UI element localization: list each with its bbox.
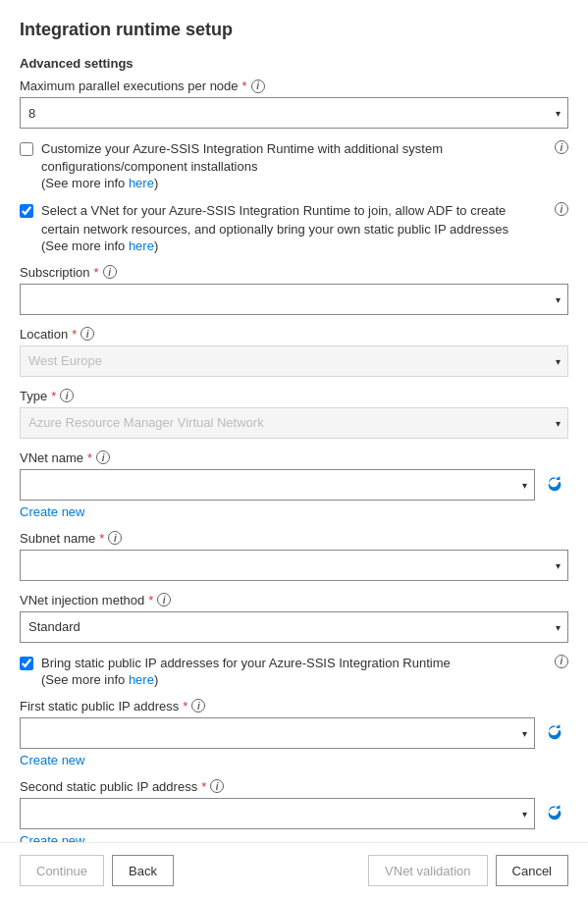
vnet-name-required: * [87,450,92,465]
static-ip-label[interactable]: Bring static public IP addresses for you… [41,656,451,670]
type-dropdown[interactable]: Azure Resource Manager Virtual Network [20,407,568,439]
first-static-ip-info-icon[interactable]: i [191,699,205,713]
vnet-name-row: ▾ [20,469,568,501]
location-info-icon[interactable]: i [80,327,94,341]
subnet-name-info-icon[interactable]: i [108,531,122,545]
second-static-ip-refresh-button[interactable] [541,798,568,829]
vnet-injection-group: VNet injection method * i Standard ▾ [20,593,568,643]
static-ip-here-link[interactable]: here [129,672,154,687]
subscription-group: Subscription * i ▾ [20,265,568,315]
customize-checkbox[interactable] [20,142,33,156]
subscription-label: Subscription * i [20,265,568,280]
first-static-ip-required: * [183,699,187,713]
vnet-injection-dropdown[interactable]: Standard [20,611,568,643]
vnet-name-group: VNet name * i ▾ Create new [20,450,568,519]
first-static-ip-dropdown-container: ▾ [20,717,535,749]
second-static-ip-dropdown-container: ▾ [20,798,535,829]
vnet-name-dropdown-container: ▾ [20,469,535,501]
location-group: Location * i West Europe ▾ [20,327,568,377]
vnet-name-create-new[interactable]: Create new [20,504,84,519]
second-static-ip-row: ▾ [20,798,568,829]
vnet-checkbox-row: Select a VNet for your Azure-SSIS Integr… [20,202,568,252]
static-ip-info-icon[interactable]: i [555,655,568,668]
back-button[interactable]: Back [112,855,174,886]
second-static-ip-dropdown[interactable] [20,798,535,829]
second-static-ip-label: Second static public IP address * i [20,779,568,794]
first-static-ip-row: ▾ [20,717,568,749]
max-parallel-info-icon[interactable]: i [251,79,265,93]
subnet-name-group: Subnet name * i ▾ [20,531,568,581]
static-ip-checkbox-row: Bring static public IP addresses for you… [20,655,568,687]
type-required: * [51,389,56,403]
vnet-injection-label: VNet injection method * i [20,593,568,607]
cancel-button[interactable]: Cancel [496,855,568,886]
footer: Continue Back VNet validation Cancel [0,842,588,898]
vnet-see-more: (See more info here) [41,238,547,253]
vnet-join-checkbox[interactable] [20,204,33,218]
vnet-injection-dropdown-wrapper: Standard ▾ [20,611,568,643]
max-parallel-dropdown[interactable]: 8 [20,97,568,129]
vnet-injection-required: * [148,593,153,607]
type-dropdown-wrapper: Azure Resource Manager Virtual Network ▾ [20,407,568,439]
second-static-ip-group: Second static public IP address * i ▾ Cr… [20,779,568,848]
customize-checkbox-content: Customize your Azure-SSIS Integration Ru… [41,140,547,190]
subnet-name-dropdown-wrapper: ▾ [20,550,568,581]
customize-here-link[interactable]: here [129,176,154,190]
max-parallel-group: Maximum parallel executions per node * i… [20,79,568,129]
vnet-checkbox-content: Select a VNet for your Azure-SSIS Integr… [41,202,547,252]
location-dropdown[interactable]: West Europe [20,345,568,377]
max-parallel-label: Maximum parallel executions per node * i [20,79,568,93]
max-parallel-required: * [242,79,247,93]
type-group: Type * i Azure Resource Manager Virtual … [20,389,568,439]
first-static-ip-dropdown[interactable] [20,717,535,749]
subscription-info-icon[interactable]: i [103,265,117,279]
second-static-ip-refresh-icon [546,805,563,822]
subnet-name-label: Subnet name * i [20,531,568,546]
section-title-advanced: Advanced settings [20,56,568,71]
second-static-ip-required: * [201,779,206,794]
location-dropdown-wrapper: West Europe ▾ [20,345,568,377]
first-static-ip-label: First static public IP address * i [20,699,568,713]
subscription-required: * [94,265,99,280]
second-static-ip-info-icon[interactable]: i [210,779,224,793]
first-static-ip-create-new[interactable]: Create new [20,753,84,767]
static-ip-see-more: (See more info here) [41,672,451,687]
customize-info-icon[interactable]: i [555,140,568,154]
location-label: Location * i [20,327,568,342]
vnet-join-info-icon[interactable]: i [555,202,568,216]
location-required: * [72,327,77,342]
first-static-ip-refresh-button[interactable] [541,717,568,749]
customize-checkbox-row: Customize your Azure-SSIS Integration Ru… [20,140,568,190]
customize-see-more: (See more info here) [41,176,547,190]
vnet-validation-button[interactable]: VNet validation [368,855,487,886]
static-ip-checkbox-content: Bring static public IP addresses for you… [41,655,451,687]
first-static-ip-refresh-icon [546,724,563,742]
subnet-name-required: * [99,531,104,546]
subscription-dropdown-wrapper: ▾ [20,284,568,315]
subnet-name-dropdown[interactable] [20,550,568,581]
vnet-name-label: VNet name * i [20,450,568,465]
vnet-injection-info-icon[interactable]: i [157,593,171,607]
vnet-name-dropdown[interactable] [20,469,535,501]
static-ip-checkbox[interactable] [20,657,33,670]
vnet-name-info-icon[interactable]: i [96,450,110,464]
type-info-icon[interactable]: i [60,389,74,402]
max-parallel-dropdown-wrapper: 8 ▾ [20,97,568,129]
customize-label[interactable]: Customize your Azure-SSIS Integration Ru… [41,141,443,174]
vnet-here-link[interactable]: here [129,238,154,253]
first-static-ip-group: First static public IP address * i ▾ Cre… [20,699,568,767]
vnet-name-refresh-icon [546,476,563,494]
continue-button[interactable]: Continue [20,855,104,886]
vnet-join-label[interactable]: Select a VNet for your Azure-SSIS Integr… [41,203,508,236]
subscription-dropdown[interactable] [20,284,568,315]
vnet-name-refresh-button[interactable] [541,469,568,501]
type-label: Type * i [20,389,568,403]
page-title: Integration runtime setup [20,20,568,40]
